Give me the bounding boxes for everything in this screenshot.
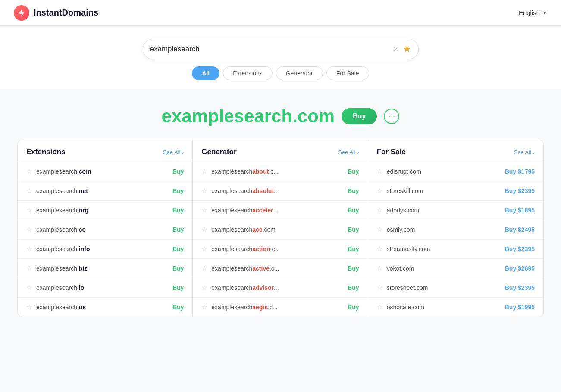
- star-icon[interactable]: ☆: [201, 245, 207, 253]
- domain-name: examplesearch.co: [36, 226, 86, 233]
- star-icon[interactable]: ☆: [26, 206, 32, 214]
- star-icon[interactable]: ☆: [377, 245, 382, 253]
- list-item: ☆ vokot.com Buy $2895: [368, 259, 543, 278]
- logo: InstantDomains: [14, 5, 98, 21]
- list-item: ☆ examplesearch.co Buy: [18, 220, 192, 240]
- buy-link[interactable]: Buy: [172, 168, 184, 175]
- results-section: Extensions See All › ☆ examplesearch.com…: [0, 140, 561, 334]
- star-icon[interactable]: ☆: [201, 264, 207, 272]
- domain-name: edisrupt.com: [387, 168, 421, 175]
- generator-see-all[interactable]: See All ›: [338, 149, 359, 156]
- star-icon[interactable]: ☆: [377, 226, 382, 233]
- domain-name: examplesearchaction.c...: [211, 246, 280, 252]
- logo-text: InstantDomains: [34, 8, 98, 18]
- domain-name: examplesearchabsolut...: [211, 187, 279, 194]
- buy-link[interactable]: Buy: [172, 226, 184, 233]
- tab-generator[interactable]: Generator: [276, 66, 323, 80]
- domain-name: examplesearchace.com: [211, 226, 276, 233]
- filter-tabs: All Extensions Generator For Sale: [192, 66, 369, 80]
- buy-price-link[interactable]: Buy $2395: [505, 284, 535, 291]
- domain-name: streamosity.com: [387, 246, 430, 252]
- buy-price-link[interactable]: Buy $1895: [505, 207, 535, 214]
- buy-link[interactable]: Buy: [348, 187, 359, 194]
- buy-link[interactable]: Buy: [172, 304, 184, 311]
- buy-link[interactable]: Buy: [348, 226, 359, 233]
- star-icon[interactable]: ☆: [26, 264, 32, 272]
- star-icon[interactable]: ☆: [201, 284, 207, 292]
- search-input[interactable]: [150, 45, 393, 53]
- star-icon[interactable]: ☆: [26, 168, 32, 175]
- buy-price-link[interactable]: Buy $2495: [505, 226, 535, 233]
- buy-price-link[interactable]: Buy $1795: [505, 168, 535, 175]
- star-icon[interactable]: ☆: [377, 206, 382, 214]
- domain-name: examplesearchadvisor...: [211, 284, 279, 291]
- for-sale-title: For Sale: [377, 148, 406, 156]
- buy-link[interactable]: Buy: [172, 246, 184, 252]
- star-icon[interactable]: ☆: [201, 187, 207, 195]
- star-icon[interactable]: ☆: [377, 303, 382, 311]
- search-bar: × ★: [143, 39, 419, 59]
- buy-link[interactable]: Buy: [348, 246, 359, 252]
- domain-name: examplesearchacceler...: [211, 207, 278, 214]
- buy-link[interactable]: Buy: [348, 207, 359, 214]
- star-icon[interactable]: ☆: [377, 168, 382, 175]
- list-item: ☆ storesheet.com Buy $2395: [368, 278, 543, 298]
- buy-price-link[interactable]: Buy $2395: [505, 246, 535, 252]
- for-sale-header: For Sale See All ›: [368, 140, 543, 162]
- buy-price-link[interactable]: Buy $2895: [505, 265, 535, 272]
- generator-title: Generator: [201, 148, 236, 156]
- domain-name: examplesearchaegis.c...: [211, 304, 277, 311]
- for-sale-see-all[interactable]: See All ›: [514, 149, 535, 156]
- star-icon[interactable]: ☆: [26, 187, 32, 195]
- domain-name: examplesearch.io: [36, 284, 84, 291]
- star-icon[interactable]: ☆: [26, 245, 32, 253]
- extensions-see-all[interactable]: See All ›: [163, 149, 184, 156]
- buy-price-link[interactable]: Buy $2395: [505, 187, 535, 194]
- domain-name: examplesearch.biz: [36, 265, 87, 272]
- generator-column: Generator See All › ☆ examplesearchabout…: [193, 140, 368, 317]
- star-icon[interactable]: ☆: [26, 303, 32, 311]
- star-icon[interactable]: ☆: [377, 284, 382, 292]
- buy-link[interactable]: Buy: [172, 265, 184, 272]
- buy-link[interactable]: Buy: [348, 304, 359, 311]
- tab-all[interactable]: All: [192, 66, 219, 80]
- star-icon[interactable]: ☆: [377, 187, 382, 195]
- buy-price-link[interactable]: Buy $1995: [505, 304, 535, 311]
- star-icon[interactable]: ★: [403, 44, 411, 55]
- main-more-button[interactable]: ···: [384, 109, 399, 124]
- list-item: ☆ examplesearch.biz Buy: [18, 259, 192, 278]
- list-item: ☆ examplesearchace.com Buy: [193, 220, 367, 240]
- list-item: ☆ examplesearch.com Buy: [18, 162, 192, 181]
- results-grid: Extensions See All › ☆ examplesearch.com…: [17, 140, 544, 317]
- list-item: ☆ examplesearchadvisor... Buy: [193, 278, 367, 298]
- star-icon[interactable]: ☆: [201, 303, 207, 311]
- star-icon[interactable]: ☆: [26, 284, 32, 292]
- list-item: ☆ examplesearchaegis.c... Buy: [193, 298, 367, 317]
- domain-name: examplesearch.com: [36, 168, 91, 175]
- domain-name: examplesearch.us: [36, 304, 86, 311]
- buy-link[interactable]: Buy: [348, 284, 359, 291]
- main-domain-name: examplesearch.com: [162, 106, 335, 127]
- buy-link[interactable]: Buy: [348, 168, 359, 175]
- search-section: × ★ All Extensions Generator For Sale: [0, 26, 561, 89]
- clear-icon[interactable]: ×: [393, 45, 398, 53]
- tab-for-sale[interactable]: For Sale: [326, 66, 369, 80]
- logo-icon: [14, 5, 29, 21]
- star-icon[interactable]: ☆: [201, 226, 207, 233]
- main-buy-button[interactable]: Buy: [342, 108, 377, 124]
- star-icon[interactable]: ☆: [201, 168, 207, 175]
- for-sale-column: For Sale See All › ☆ edisrupt.com Buy $1…: [368, 140, 543, 317]
- tab-extensions[interactable]: Extensions: [223, 66, 272, 80]
- domain-name: examplesearch.net: [36, 187, 88, 194]
- buy-link[interactable]: Buy: [172, 207, 184, 214]
- star-icon[interactable]: ☆: [377, 264, 382, 272]
- buy-link[interactable]: Buy: [172, 284, 184, 291]
- star-icon[interactable]: ☆: [201, 206, 207, 214]
- language-selector[interactable]: English ▼: [519, 9, 547, 16]
- star-icon[interactable]: ☆: [26, 226, 32, 233]
- domain-name: oshocafe.com: [387, 304, 424, 311]
- buy-link[interactable]: Buy: [172, 187, 184, 194]
- buy-link[interactable]: Buy: [348, 265, 359, 272]
- list-item: ☆ examplesearchabout.c... Buy: [193, 162, 367, 181]
- list-item: ☆ examplesearch.info Buy: [18, 240, 192, 259]
